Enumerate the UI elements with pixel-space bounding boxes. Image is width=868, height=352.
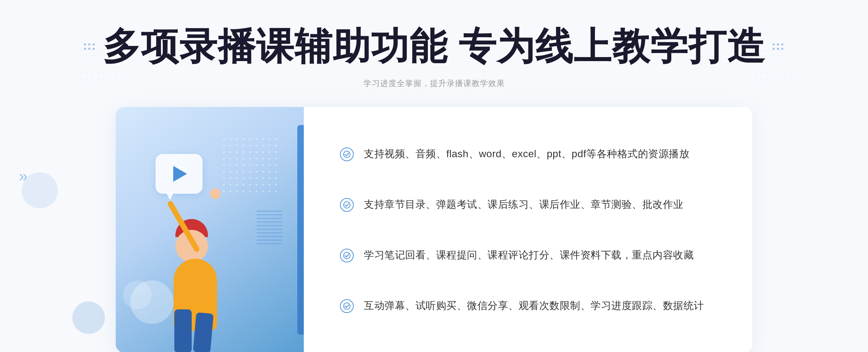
deco-dots-left bbox=[84, 43, 95, 51]
feature-text-1: 支持视频、音频、flash、word、excel、ppt、pdf等各种格式的资源… bbox=[364, 146, 689, 162]
illustration-area bbox=[116, 107, 304, 352]
check-icon-2 bbox=[340, 198, 354, 212]
svg-point-1 bbox=[344, 202, 350, 208]
header-title-wrapper: 多项录播课辅助功能 专为线上教学打造 bbox=[84, 22, 784, 72]
header-section: 多项录播课辅助功能 专为线上教学打造 学习进度全掌握，提升录播课教学效果 bbox=[84, 22, 784, 89]
outer-chevron-icon: » bbox=[19, 167, 27, 185]
deco-dots-right bbox=[773, 43, 784, 51]
deco-circle-small bbox=[123, 280, 152, 309]
feature-item-2: 支持章节目录、弹题考试、课后练习、课后作业、章节测验、批改作业 bbox=[340, 189, 723, 220]
feature-item-1: 支持视频、音频、flash、word、excel、ppt、pdf等各种格式的资源… bbox=[340, 139, 723, 169]
feature-text-2: 支持章节目录、弹题考试、课后练习、课后作业、章节测验、批改作业 bbox=[364, 197, 684, 213]
striped-decoration bbox=[257, 208, 282, 244]
page-title: 多项录播课辅助功能 专为线上教学打造 bbox=[103, 22, 766, 72]
feature-text-3: 学习笔记回看、课程提问、课程评论打分、课件资料下载，重点内容收藏 bbox=[364, 247, 694, 263]
page-deco-circle bbox=[72, 301, 105, 334]
check-icon-1 bbox=[340, 147, 354, 161]
feature-item-3: 学习笔记回看、课程提问、课程评论打分、课件资料下载，重点内容收藏 bbox=[340, 240, 723, 271]
main-card: 支持视频、音频、flash、word、excel、ppt、pdf等各种格式的资源… bbox=[116, 107, 752, 352]
page-container: 多项录播课辅助功能 专为线上教学打造 学习进度全掌握，提升录播课教学效果 bbox=[0, 0, 868, 352]
check-icon-4 bbox=[340, 299, 354, 313]
figure-hand bbox=[210, 188, 221, 199]
page-subtitle: 学习进度全掌握，提升录播课教学效果 bbox=[84, 78, 784, 89]
feature-text-4: 互动弹幕、试听购买、微信分享、观看次数限制、学习进度跟踪、数据统计 bbox=[364, 298, 704, 314]
svg-point-2 bbox=[344, 252, 350, 259]
feature-item-4: 互动弹幕、试听购买、微信分享、观看次数限制、学习进度跟踪、数据统计 bbox=[340, 291, 723, 321]
check-icon-3 bbox=[340, 249, 354, 262]
person-illustration bbox=[145, 150, 260, 352]
svg-point-3 bbox=[344, 303, 350, 309]
svg-point-0 bbox=[344, 151, 350, 158]
figure-leg-left bbox=[174, 309, 192, 352]
content-area: 支持视频、音频、flash、word、excel、ppt、pdf等各种格式的资源… bbox=[304, 107, 752, 352]
blue-accent-bar bbox=[297, 125, 304, 335]
figure-leg-right bbox=[193, 312, 213, 352]
